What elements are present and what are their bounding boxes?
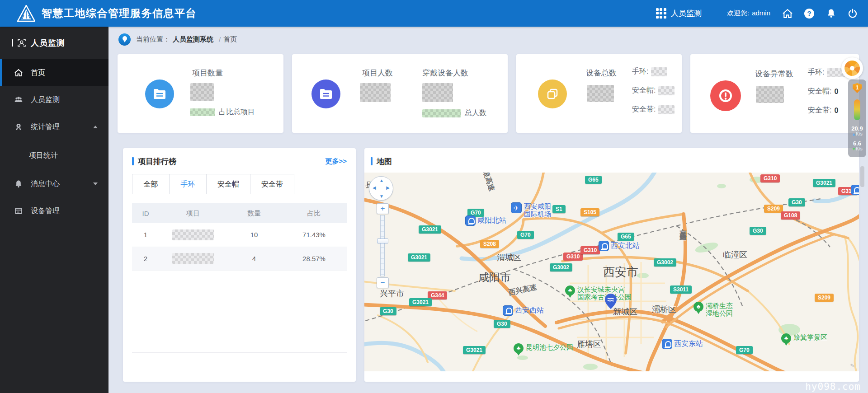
pan-left-arrow[interactable]: ◀ — [373, 185, 376, 190]
airplane-icon: ✈ — [511, 202, 522, 213]
tab-all[interactable]: 全部 — [132, 174, 170, 194]
title-accent-bar — [371, 157, 373, 165]
speed-gradient-bar — [854, 99, 860, 120]
column-header-ratio: 占比 — [281, 203, 347, 223]
home-button[interactable] — [782, 8, 793, 19]
sidebar-item-label: 统计管理 — [31, 122, 60, 132]
device-value: 0 — [834, 88, 838, 96]
breadcrumb-system[interactable]: 人员监测系统 — [173, 35, 213, 44]
road-badge-G70: G70 — [517, 231, 534, 239]
pan-up-arrow[interactable]: ▲ — [379, 178, 384, 183]
pan-down-arrow[interactable]: ▼ — [379, 194, 384, 199]
road-badge-G108: G108 — [781, 211, 800, 220]
zoom-slider-thumb[interactable] — [377, 239, 388, 243]
stat-card-device-total: 设备总数 手环: 安全帽: 安全带: — [516, 54, 682, 133]
sidebar-item-device-management[interactable]: 设备管理 — [0, 197, 108, 225]
top-header-bar: 智慧工地综合管理服务信息平台 人员监测 欢迎您:admin ? — [0, 0, 868, 27]
sidebar-item-statistics[interactable]: 统计管理 — [0, 113, 108, 140]
power-button[interactable] — [847, 8, 858, 19]
redacted-value — [422, 83, 453, 102]
folder-icon — [311, 80, 340, 108]
stat-card-subrow: 总人数 — [422, 108, 486, 118]
alert-icon — [710, 80, 741, 111]
redacted-project-name — [172, 253, 214, 264]
map-label-新城区: 新城区 — [613, 306, 637, 317]
tab-safety-belt[interactable]: 安全带 — [250, 174, 294, 194]
map-panel: 地图 — [364, 148, 859, 382]
road-badge-G3021: G3021 — [463, 346, 486, 354]
help-button[interactable]: ? — [804, 8, 815, 19]
download-speed-value: 6.6 — [853, 140, 861, 146]
device-value: 0 — [834, 107, 838, 115]
sidebar-subitem-project-stats[interactable]: 项目统计 — [0, 140, 108, 170]
ranking-table: ID 项目 数量 占比 1 10 71.43% 2 — [132, 203, 347, 271]
map-pan-control[interactable]: ▲ ▼ ◀ ▶ — [369, 176, 393, 201]
breadcrumb-prefix: 当前位置： — [136, 35, 170, 44]
road-badge-S1: S1 — [552, 205, 566, 213]
map-canvas[interactable]: ▲ ▼ ◀ ▶ + − ✎ G70G3021G3021S208G70G310G3… — [364, 173, 859, 371]
train-station-icon — [465, 215, 476, 226]
sidebar-item-home[interactable]: 首页 — [0, 59, 108, 86]
sidebar-title: 人员监测 — [31, 37, 65, 48]
breadcrumb: 当前位置： 人员监测系统 / 首页 — [108, 27, 868, 52]
map-label-灞桥区: 灞桥区 — [652, 304, 676, 315]
net-widget-logo[interactable] — [841, 57, 863, 79]
stat-card-title: 项目数量 — [192, 68, 223, 78]
sidebar-item-person-monitor[interactable]: 人员监测 — [0, 86, 108, 113]
train-station-icon — [662, 339, 672, 349]
people-icon — [14, 95, 23, 104]
tab-wristband[interactable]: 手环 — [169, 174, 207, 194]
upload-speed-unit: ▲K/s — [852, 131, 862, 137]
map-location-pin[interactable] — [605, 294, 617, 309]
device-row: 安全带:0 — [808, 106, 838, 115]
grid-menu-icon — [656, 8, 667, 19]
home-icon — [783, 9, 793, 18]
device-icon — [14, 206, 23, 215]
map-label-咸阳市: 咸阳市 — [478, 270, 511, 285]
username: admin — [752, 9, 770, 17]
sidebar-item-message-center[interactable]: 消息中心 — [0, 170, 108, 197]
zoom-slider-track[interactable] — [380, 215, 385, 276]
bell-icon — [14, 179, 23, 188]
road-badge-G65: G65 — [618, 233, 634, 241]
park-tree-icon: ♣ — [514, 343, 524, 353]
airport-label: ✈西安咸阳国际机场 — [511, 202, 551, 218]
road-badge-G30: G30 — [788, 198, 805, 206]
map-label-渭城区: 渭城区 — [497, 252, 521, 263]
tab-helmet[interactable]: 安全帽 — [206, 174, 250, 194]
stat-card-title: 项目人数 — [362, 68, 393, 78]
sidebar: 人员监测 首页 人员监测 统计管理 项目统计 消息中心 设备管理 — [0, 27, 108, 393]
notifications-button[interactable] — [826, 8, 836, 19]
pan-right-arrow[interactable]: ▶ — [386, 185, 390, 190]
location-pin-icon — [118, 33, 131, 46]
scrollbar-thumb[interactable] — [860, 166, 864, 187]
net-speed-widget[interactable]: 1 20.9 ▲K/s 6.6 ▼K/s — [848, 80, 866, 157]
stat-card-title: 穿戴设备人数 — [422, 68, 468, 78]
road-badge-G310: G310 — [760, 174, 780, 182]
sidebar-header: 人员监测 — [0, 27, 108, 59]
welcome-text: 欢迎您:admin — [727, 9, 770, 18]
map-label-临潼区: 临潼区 — [723, 249, 747, 260]
park-昆明池七夕公园: ♣昆明池七夕公园 — [514, 343, 573, 353]
road-badge-G30: G30 — [380, 307, 396, 315]
sidebar-subitem-label: 项目统计 — [29, 151, 58, 160]
train-station-icon — [851, 185, 859, 195]
redacted-value — [658, 86, 675, 95]
park-tree-icon: ♣ — [693, 302, 703, 312]
stat-card-project-count: 项目数量 占比总项目 — [118, 54, 283, 133]
person-scan-icon — [17, 38, 26, 47]
redacted-value — [190, 108, 215, 116]
column-header-project: 项目 — [159, 203, 227, 223]
column-header-id: ID — [132, 203, 159, 223]
park-tree-icon: ♣ — [565, 285, 575, 295]
chevron-down-icon — [93, 182, 98, 185]
module-switcher[interactable]: 人员监测 — [656, 8, 702, 19]
table-row: 2 4 28.57% — [132, 247, 347, 270]
zoom-out-button[interactable]: − — [377, 277, 389, 288]
flower-logo-icon — [844, 61, 860, 76]
ranking-tabs: 全部 手环 安全帽 安全带 — [132, 174, 347, 194]
zoom-in-button[interactable]: + — [377, 203, 389, 214]
stat-card-personnel: 项目人数 穿戴设备人数 总人数 — [292, 54, 508, 133]
upload-speed-value: 20.9 — [851, 126, 863, 131]
more-link[interactable]: 更多>> — [325, 157, 347, 166]
